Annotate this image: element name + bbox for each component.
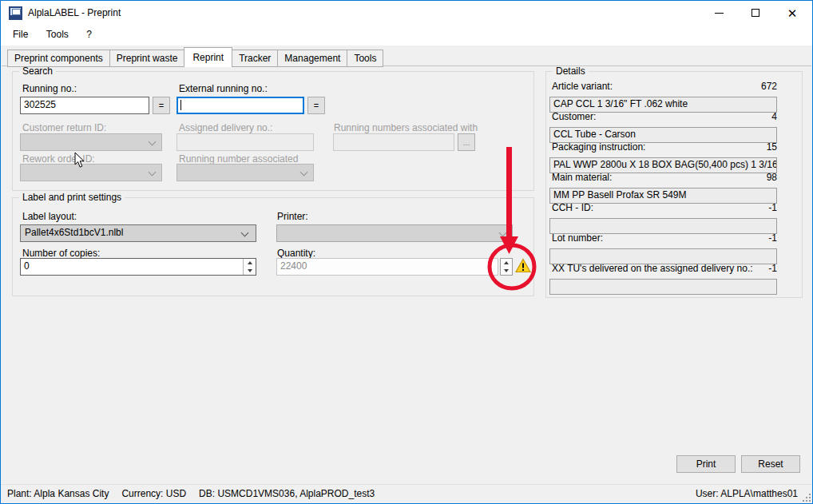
tab-preprint-waste[interactable]: Preprint waste [109, 50, 185, 67]
app-window: AlplaLABEL - Preprint ✕ File Tools ? Pre… [0, 0, 813, 504]
tab-tools[interactable]: Tools [347, 50, 383, 67]
menu-help[interactable]: ? [79, 25, 99, 44]
external-running-no-label: External running no.: [179, 83, 268, 94]
arrow-up-icon [248, 261, 252, 264]
cch-id-id: -1 [729, 202, 777, 213]
arrow-down-icon [248, 269, 252, 272]
assigned-delivery-no-label: Assigned delivery no.: [179, 122, 272, 133]
menu-bar: File Tools ? [1, 25, 812, 46]
menu-tools[interactable]: Tools [39, 25, 76, 44]
xx-tus-delivered-label: XX TU's delivered on the assigned delive… [552, 263, 753, 274]
rework-order-id-label: Rework order ID: [22, 153, 95, 165]
tab-preprint-components[interactable]: Preprint components [7, 50, 110, 67]
main-material-id: 98 [729, 172, 777, 183]
label-layout-select[interactable]: Pallet4x6Std1bcV1.nlbl [20, 224, 256, 242]
customer-label: Customer: [552, 111, 596, 122]
search-group-legend: Search [19, 65, 56, 77]
quantity-input[interactable]: 22400 [276, 258, 498, 276]
reset-button[interactable]: Reset [741, 455, 800, 473]
quantity-down-button[interactable] [501, 267, 512, 275]
cch-id-label: CCH - ID: [552, 202, 593, 213]
resize-grip-icon[interactable] [803, 494, 811, 502]
article-variant-id: 672 [729, 81, 777, 92]
status-currency: Currency: USD [121, 488, 186, 499]
status-bar: Plant: Alpla Kansas City Currency: USD D… [1, 484, 812, 503]
running-numbers-browse-button[interactable]: ... [458, 133, 475, 151]
external-running-no-input[interactable] [176, 97, 304, 114]
close-icon: ✕ [787, 7, 798, 19]
stepper-up-button[interactable] [244, 259, 256, 267]
printer-select[interactable] [276, 224, 513, 242]
quantity-up-button[interactable] [501, 259, 512, 267]
stepper-down-button[interactable] [244, 267, 256, 275]
status-plant: Plant: Alpla Kansas City [7, 488, 109, 499]
cch-id-value [549, 218, 777, 234]
external-running-no-equals-button[interactable]: = [307, 97, 325, 114]
status-db: DB: USMCD1VMS036, AlplaPROD_test3 [199, 488, 375, 499]
text-caret [180, 100, 181, 110]
rework-order-id-select[interactable] [20, 164, 162, 181]
customer-return-id-select[interactable] [20, 133, 162, 151]
main-material-label: Main material: [552, 172, 612, 183]
print-button[interactable]: Print [676, 455, 736, 473]
running-no-label: Running no.: [22, 83, 77, 94]
assigned-delivery-no-input[interactable] [176, 133, 314, 151]
maximize-button[interactable] [737, 1, 774, 25]
lot-number-id: -1 [729, 232, 777, 244]
arrow-up-icon [504, 261, 509, 264]
minimize-icon [715, 13, 724, 14]
customer-id: 4 [729, 111, 777, 122]
number-of-copies-value: 0 [24, 260, 30, 272]
alplalabel-app-icon [9, 6, 22, 20]
lot-number-label: Lot number: [552, 232, 603, 244]
tab-management[interactable]: Management [277, 50, 347, 67]
details-group-legend: Details [553, 65, 589, 77]
number-of-copies-stepper[interactable]: 0 [20, 258, 256, 276]
packaging-instruction-value: PAL WWP 2800u X 18 BOX BAG(50,400 pcs) 1… [549, 157, 777, 173]
xx-tus-delivered-id: -1 [729, 263, 777, 274]
minimize-button[interactable] [700, 1, 737, 25]
label-print-settings-group: Label and print settings [12, 197, 534, 296]
customer-return-id-label: Customer return ID: [22, 122, 106, 133]
chevron-down-icon [499, 229, 507, 237]
tab-strip: Preprint components Preprint waste Repri… [7, 47, 383, 67]
status-user: User: ALPLA\matthes01 [696, 488, 798, 499]
label-print-settings-legend: Label and print settings [19, 192, 125, 203]
chevron-down-icon [149, 169, 157, 177]
running-no-input[interactable]: 302525 [20, 97, 149, 114]
title-bar: AlplaLABEL - Preprint ✕ [1, 1, 812, 25]
chevron-down-icon [149, 138, 157, 146]
running-number-associated-select[interactable] [176, 164, 314, 181]
chevron-down-icon [300, 169, 308, 177]
main-material-value: MM PP Basell Profax SR 549M [549, 188, 777, 204]
tab-tracker[interactable]: Tracker [232, 50, 278, 67]
printer-label: Printer: [277, 211, 308, 222]
article-variant-value: CAP CCL 1 3/16" FT .062 white [549, 97, 777, 113]
tab-reprint[interactable]: Reprint [184, 47, 232, 67]
packaging-instruction-id: 15 [729, 141, 777, 153]
customer-value: CCL Tube - Carson [549, 127, 777, 143]
window-title: AlplaLABEL - Preprint [28, 1, 121, 25]
arrow-down-icon [504, 269, 509, 272]
xx-tus-delivered-value [549, 279, 777, 295]
running-numbers-associated-with-input[interactable] [333, 133, 454, 151]
maximize-icon [752, 9, 759, 17]
running-no-equals-button[interactable]: = [153, 97, 170, 114]
packaging-instruction-label: Packaging instruction: [552, 141, 645, 153]
quantity-stepper[interactable] [500, 258, 513, 276]
label-layout-label: Label layout: [22, 211, 77, 222]
lot-number-value [549, 248, 777, 264]
quantity-label: Quantity: [277, 248, 315, 259]
stepper-buttons [243, 259, 256, 275]
running-numbers-associated-with-label: Running numbers associated with [334, 122, 478, 133]
number-of-copies-label: Number of copies: [22, 248, 100, 259]
close-button[interactable]: ✕ [774, 1, 811, 25]
article-variant-label: Article variant: [552, 81, 613, 92]
menu-file[interactable]: File [6, 25, 35, 44]
running-number-associated-label: Running number associated [179, 153, 298, 165]
